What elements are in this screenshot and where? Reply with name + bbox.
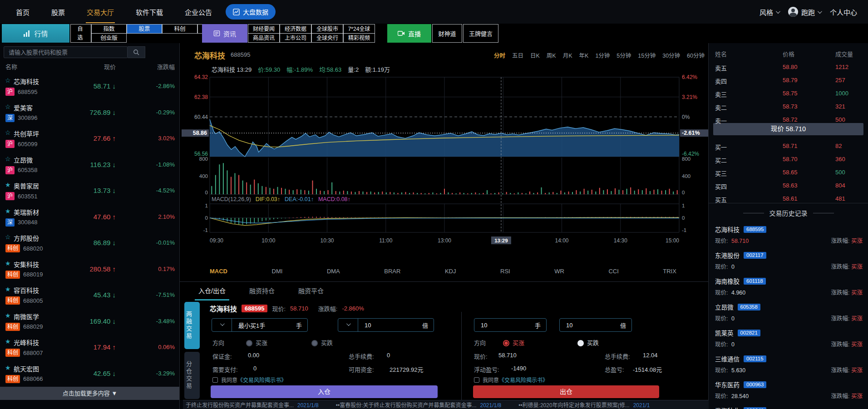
star-outline-icon[interactable]: ☆ xyxy=(5,233,11,241)
stock-row[interactable]: ★美瑞新材深30084847.60 ↑2.10% xyxy=(0,204,180,231)
trade-tab-1[interactable]: 入仓/出仓 xyxy=(195,286,229,301)
indicator-tab-DMA[interactable]: DMA xyxy=(327,268,340,275)
stock-row[interactable]: ★奥普家居沪60355113.73 ↓-4.52% xyxy=(0,178,180,204)
market-tab-2[interactable]: 股票 xyxy=(127,24,162,34)
buy-up-radio[interactable]: 买涨 xyxy=(246,338,267,347)
star-outline-icon[interactable]: ☆ xyxy=(5,103,11,110)
risk-agreement-link[interactable]: 《交易风险揭示书》 xyxy=(499,377,548,384)
history-item[interactable]: 凯莱英002821现价: 0涨跌幅: 买涨 xyxy=(709,325,868,351)
intraday-chart[interactable]: 64.3262.3860.4458.8656.566.42%3.21%0%-2.… xyxy=(180,73,709,250)
close-position-button[interactable]: 出仓 xyxy=(473,385,659,398)
period-tab-1分钟[interactable]: 1分钟 xyxy=(595,51,610,59)
history-item[interactable]: 华东医药000963现价: 28.540涨跌幅: 买涨 xyxy=(709,377,868,403)
search-input[interactable] xyxy=(4,46,128,58)
history-item[interactable]: 东港股份002117现价: 0涨跌幅: 买涨 xyxy=(709,248,868,274)
news-button[interactable]: 资讯 xyxy=(202,24,247,43)
star-filled-icon[interactable]: ★ xyxy=(5,312,11,319)
history-item[interactable]: 立昂微605358现价: 0涨跌幅: 买涨 xyxy=(709,300,868,325)
news-ticker[interactable]: 于终止发行股份购买资产并募集配套资金事...2021/1/8••富春股份:关于终… xyxy=(183,400,709,409)
ticker-item[interactable]: ••富春股份:关于终止发行股份购买资产并募集配套资金事...2021/1/8 xyxy=(336,401,501,409)
history-item[interactable]: 海南橡胶601118现价: 4.960涨跌幅: 买涨 xyxy=(709,274,868,300)
star-filled-icon[interactable]: ★ xyxy=(5,207,11,215)
news-tab-7*24全球[interactable]: 7*24全球 xyxy=(343,24,375,34)
stock-row[interactable]: ☆芯海科技沪68859558.71 ↓-2.86% xyxy=(0,74,180,100)
stock-row[interactable]: ☆立昂微沪605358116.23 ↓-1.08% xyxy=(0,152,180,178)
indicator-tab-DMI[interactable]: DMI xyxy=(272,268,283,275)
stock-row[interactable]: ★安集科技科创688019280.58 ↑0.17% xyxy=(0,256,180,283)
buy-down-radio[interactable]: 买跌 xyxy=(311,338,333,347)
caishendao-tab[interactable]: 财神道 xyxy=(432,24,462,43)
star-filled-icon[interactable]: ★ xyxy=(5,260,11,267)
star-outline-icon[interactable]: ☆ xyxy=(5,155,11,163)
indicator-tab-TRIX[interactable]: TRIX xyxy=(663,268,676,275)
indicator-tab-RSI[interactable]: RSI xyxy=(500,268,510,275)
star-filled-icon[interactable]: ★ xyxy=(5,286,11,293)
risk-agreement-link[interactable]: 《交易风险揭示书》 xyxy=(237,377,286,384)
news-tab-财经要闻[interactable]: 财经要闻 xyxy=(248,24,280,34)
period-tab-周K[interactable]: 周K xyxy=(547,51,556,59)
side-tab-1[interactable]: 两融交易 xyxy=(184,302,200,349)
stock-row[interactable]: ★容百科技科创68800545.43 ↓-7.51% xyxy=(0,282,180,309)
quotes-button[interactable]: 行情 xyxy=(2,24,69,43)
personal-center-link[interactable]: 个人中心 xyxy=(830,7,857,17)
search-button[interactable] xyxy=(128,46,145,58)
nav-item-1[interactable]: 首页 xyxy=(15,1,30,23)
indicator-tab-MACD[interactable]: MACD xyxy=(210,268,227,275)
news-tab-精彩视频[interactable]: 精彩视频 xyxy=(343,33,375,43)
history-item[interactable]: 登海种业002041 xyxy=(709,403,868,409)
trade-tab-3[interactable]: 融资平仓 xyxy=(295,286,327,301)
news-tab-全球股市[interactable]: 全球股市 xyxy=(311,24,343,34)
news-tab-上市公司[interactable]: 上市公司 xyxy=(280,33,311,43)
nav-item-2[interactable]: 股票 xyxy=(50,1,66,23)
indicator-tab-KDJ[interactable]: KDJ xyxy=(445,268,456,275)
nav-item-5[interactable]: 企业公告 xyxy=(184,1,213,23)
market-data-button[interactable]: 大盘数据 xyxy=(226,4,276,20)
history-item[interactable]: 芯海科技688595现价: 58.710涨跌幅: 买涨 xyxy=(709,222,868,248)
load-more-button[interactable]: 点击加载更多内容 ▼ xyxy=(0,387,180,400)
star-outline-icon[interactable]: ☆ xyxy=(5,129,11,136)
star-filled-icon[interactable]: ★ xyxy=(5,364,11,371)
user-menu[interactable]: 跑跑 xyxy=(788,7,821,17)
market-tab-1[interactable]: 指数 xyxy=(91,24,127,34)
quantity-select[interactable]: 最小买1手 手 xyxy=(212,318,308,332)
news-tab-全球央行[interactable]: 全球央行 xyxy=(311,33,343,43)
market-tab-3[interactable]: 科创 xyxy=(162,24,197,34)
watchlist-tab[interactable]: 自选 xyxy=(70,24,91,43)
news-tab-商品资讯[interactable]: 商品资讯 xyxy=(248,33,280,43)
open-position-button[interactable]: 入仓 xyxy=(211,385,438,398)
close-quantity-input[interactable]: 10 手 xyxy=(474,318,547,332)
close-leverage-input[interactable]: 10 倍 xyxy=(559,318,632,332)
indicator-tab-WR[interactable]: WR xyxy=(554,268,564,275)
ticker-item[interactable]: ••利德曼:2020年向特定对象发行股票预案(修...2021/1 xyxy=(518,401,650,409)
nav-item-4[interactable]: 软件下载 xyxy=(135,1,164,23)
period-tab-五日[interactable]: 五日 xyxy=(512,51,523,59)
star-filled-icon[interactable]: ★ xyxy=(5,181,11,188)
side-tab-2[interactable]: 分仓交易 xyxy=(184,352,200,399)
period-tab-5分钟[interactable]: 5分钟 xyxy=(616,51,631,59)
buy-up-radio-selected[interactable]: 买涨 xyxy=(503,338,524,347)
stock-row[interactable]: ★南微医学科创688029169.40 ↓-3.48% xyxy=(0,309,180,335)
star-filled-icon[interactable]: ★ xyxy=(5,338,11,345)
leverage-select[interactable]: 10 倍 xyxy=(338,318,434,332)
period-tab-30分钟[interactable]: 30分钟 xyxy=(662,51,680,59)
stock-row[interactable]: ★航天宏图科创68806642.65 ↓-3.29% xyxy=(0,361,180,387)
period-tab-年K[interactable]: 年K xyxy=(579,51,589,59)
period-tab-日K[interactable]: 日K xyxy=(530,51,540,59)
trade-tab-2[interactable]: 融资持仓 xyxy=(246,286,278,301)
agree-checkbox[interactable]: 我同意《交易风险揭示书》 xyxy=(474,376,548,384)
stock-row[interactable]: ☆方邦股份科创68802086.89 ↓-0.01% xyxy=(0,230,180,256)
ticker-item[interactable]: 于终止发行股份购买资产并募集配套资金事...2021/1/8 xyxy=(186,401,319,409)
period-tab-15分钟[interactable]: 15分钟 xyxy=(638,51,656,59)
market-tab-row2-1[interactable]: 创业版 xyxy=(91,33,127,43)
stock-row[interactable]: ★光峰科技科创68800717.94 ↑0.06% xyxy=(0,335,180,361)
period-tab-60分钟[interactable]: 60分钟 xyxy=(687,51,705,59)
indicator-tab-BRAR[interactable]: BRAR xyxy=(384,268,400,275)
period-tab-分时[interactable]: 分时 xyxy=(494,51,505,59)
period-tab-月K[interactable]: 月K xyxy=(563,51,572,59)
live-button[interactable]: 直播 xyxy=(387,24,431,43)
stock-row[interactable]: ☆共创草坪沪60509927.66 ↑3.02% xyxy=(0,126,180,152)
star-outline-icon[interactable]: ☆ xyxy=(5,77,11,84)
indicator-tab-CCI[interactable]: CCI xyxy=(608,268,618,275)
buy-down-radio[interactable]: 买跌 xyxy=(577,338,599,347)
history-item[interactable]: 三维通信002115现价: 5.630涨跌幅: 买涨 xyxy=(709,351,868,377)
